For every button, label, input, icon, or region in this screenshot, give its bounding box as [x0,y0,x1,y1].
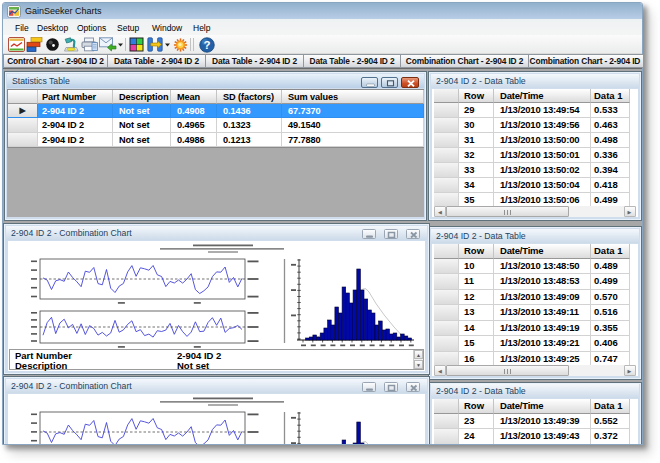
svg-text:?: ? [203,39,210,51]
